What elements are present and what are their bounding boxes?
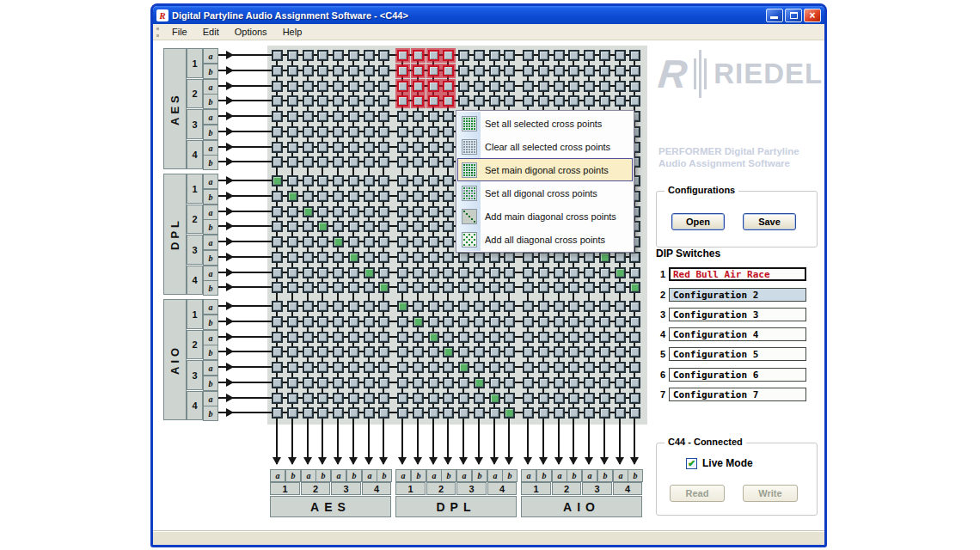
crosspoint-cell[interactable]: [317, 282, 328, 293]
crosspoint-cell[interactable]: [413, 282, 424, 293]
crosspoint-cell[interactable]: [629, 316, 640, 327]
crosspoint-cell[interactable]: [568, 346, 579, 358]
crosspoint-cell[interactable]: [538, 301, 549, 312]
crosspoint-cell[interactable]: [348, 282, 359, 293]
crosspoint-cell[interactable]: [333, 156, 344, 168]
crosspoint-cell[interactable]: [317, 126, 328, 138]
crosspoint-cell[interactable]: [554, 316, 565, 327]
crosspoint-cell[interactable]: [272, 407, 283, 419]
crosspoint-cell[interactable]: [303, 267, 314, 278]
crosspoint-cell[interactable]: [272, 126, 283, 138]
crosspoint-cell[interactable]: [397, 316, 408, 327]
crosspoint-cell[interactable]: [489, 65, 500, 76]
crosspoint-cell[interactable]: [629, 65, 640, 76]
crosspoint-cell[interactable]: [554, 332, 565, 343]
crosspoint-cell[interactable]: [489, 377, 500, 388]
crosspoint-cell[interactable]: [364, 142, 375, 153]
crosspoint-cell[interactable]: [504, 65, 515, 76]
crosspoint-cell[interactable]: [428, 332, 439, 343]
crosspoint-cell[interactable]: [287, 346, 298, 358]
crosspoint-cell[interactable]: [348, 346, 359, 358]
crosspoint-cell[interactable]: [629, 362, 640, 373]
crosspoint-cell[interactable]: [333, 407, 344, 419]
crosspoint-cell[interactable]: [629, 377, 640, 388]
context-menu-item[interactable]: Set all digonal cross points: [457, 181, 633, 205]
crosspoint-cell[interactable]: [489, 267, 500, 278]
crosspoint-cell[interactable]: [599, 50, 610, 61]
crosspoint-cell[interactable]: [378, 206, 389, 217]
crosspoint-cell[interactable]: [272, 191, 283, 202]
crosspoint-cell[interactable]: [443, 191, 454, 202]
crosspoint-cell[interactable]: [287, 393, 298, 404]
crosspoint-cell[interactable]: [348, 81, 359, 92]
crosspoint-cell[interactable]: [428, 50, 439, 61]
crosspoint-cell[interactable]: [333, 346, 344, 358]
crosspoint-cell[interactable]: [287, 282, 298, 293]
crosspoint-cell[interactable]: [413, 175, 424, 186]
open-button[interactable]: Open: [671, 213, 725, 230]
crosspoint-cell[interactable]: [584, 316, 595, 327]
crosspoint-cell[interactable]: [443, 332, 454, 343]
crosspoint-cell[interactable]: [599, 346, 610, 358]
read-button[interactable]: Read: [670, 485, 725, 502]
crosspoint-cell[interactable]: [333, 332, 344, 343]
crosspoint-cell[interactable]: [364, 316, 375, 327]
crosspoint-cell[interactable]: [317, 407, 328, 419]
crosspoint-cell[interactable]: [584, 81, 595, 92]
crosspoint-cell[interactable]: [629, 301, 640, 312]
crosspoint-cell[interactable]: [333, 362, 344, 373]
crosspoint-cell[interactable]: [599, 332, 610, 343]
crosspoint-cell[interactable]: [443, 126, 454, 138]
crosspoint-cell[interactable]: [615, 282, 626, 293]
crosspoint-cell[interactable]: [428, 81, 439, 92]
crosspoint-cell[interactable]: [599, 377, 610, 388]
crosspoint-cell[interactable]: [584, 346, 595, 358]
crosspoint-cell[interactable]: [615, 377, 626, 388]
crosspoint-cell[interactable]: [348, 377, 359, 388]
crosspoint-cell[interactable]: [348, 111, 359, 122]
crosspoint-cell[interactable]: [287, 316, 298, 327]
crosspoint-cell[interactable]: [458, 362, 469, 373]
crosspoint-cell[interactable]: [554, 50, 565, 61]
crosspoint-cell[interactable]: [364, 267, 375, 278]
crosspoint-cell[interactable]: [568, 81, 579, 92]
crosspoint-cell[interactable]: [272, 95, 283, 107]
crosspoint-cell[interactable]: [317, 95, 328, 107]
crosspoint-cell[interactable]: [428, 206, 439, 217]
crosspoint-cell[interactable]: [378, 95, 389, 107]
crosspoint-cell[interactable]: [397, 252, 408, 263]
crosspoint-cell[interactable]: [554, 346, 565, 358]
crosspoint-cell[interactable]: [474, 65, 485, 76]
crosspoint-cell[interactable]: [599, 282, 610, 293]
crosspoint-cell[interactable]: [428, 301, 439, 312]
crosspoint-cell[interactable]: [348, 362, 359, 373]
crosspoint-cell[interactable]: [364, 50, 375, 61]
crosspoint-cell[interactable]: [458, 50, 469, 61]
crosspoint-cell[interactable]: [378, 111, 389, 122]
crosspoint-cell[interactable]: [348, 50, 359, 61]
crosspoint-cell[interactable]: [443, 377, 454, 388]
crosspoint-cell[interactable]: [413, 236, 424, 248]
crosspoint-cell[interactable]: [584, 362, 595, 373]
live-mode-checkbox[interactable]: ✔: [686, 458, 697, 469]
crosspoint-cell[interactable]: [364, 282, 375, 293]
crosspoint-cell[interactable]: [523, 301, 534, 312]
crosspoint-cell[interactable]: [317, 267, 328, 278]
crosspoint-cell[interactable]: [364, 346, 375, 358]
crosspoint-cell[interactable]: [272, 267, 283, 278]
crosspoint-cell[interactable]: [413, 377, 424, 388]
crosspoint-cell[interactable]: [348, 175, 359, 186]
crosspoint-cell[interactable]: [504, 362, 515, 373]
crosspoint-cell[interactable]: [443, 267, 454, 278]
crosspoint-cell[interactable]: [272, 111, 283, 122]
crosspoint-cell[interactable]: [333, 282, 344, 293]
crosspoint-cell[interactable]: [413, 191, 424, 202]
context-menu-item[interactable]: Set all selected cross points: [457, 112, 633, 135]
crosspoint-cell[interactable]: [568, 50, 579, 61]
crosspoint-cell[interactable]: [523, 50, 534, 61]
crosspoint-cell[interactable]: [629, 393, 640, 404]
crosspoint-cell[interactable]: [287, 206, 298, 217]
crosspoint-cell[interactable]: [629, 50, 640, 61]
crosspoint-cell[interactable]: [599, 316, 610, 327]
crosspoint-cell[interactable]: [568, 332, 579, 343]
